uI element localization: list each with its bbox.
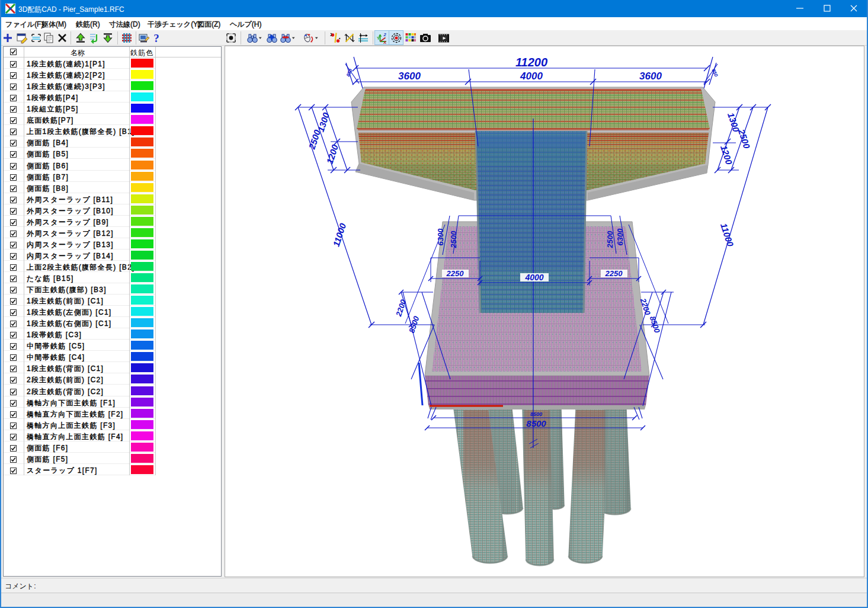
svg-text:2250: 2250 [605,269,623,278]
svg-text:2500: 2500 [606,231,614,249]
svg-text:2250: 2250 [446,269,465,278]
svg-text:3600: 3600 [398,71,421,82]
svg-text:2500: 2500 [736,127,752,151]
svg-text:4000: 4000 [520,71,543,82]
svg-text:11200: 11200 [515,56,547,69]
svg-text:6300: 6300 [616,228,624,246]
svg-text:1200: 1200 [325,143,341,165]
svg-text:4000: 4000 [524,273,543,282]
svg-text:8500: 8500 [530,411,542,417]
svg-text:11000: 11000 [331,222,348,248]
svg-text:X: X [383,40,386,44]
svg-text:2500: 2500 [449,231,458,249]
svg-text:1200: 1200 [719,144,735,167]
svg-text:2500: 2500 [306,128,322,151]
svg-text:3600: 3600 [639,71,662,82]
svg-text:Y: Y [377,36,380,41]
svg-text:850: 850 [345,68,354,77]
svg-text:?: ? [153,32,159,44]
svg-text:1300: 1300 [316,111,332,133]
svg-text:11000: 11000 [719,222,736,248]
svg-text:8500: 8500 [526,418,546,428]
svg-text:2: 2 [383,32,387,37]
